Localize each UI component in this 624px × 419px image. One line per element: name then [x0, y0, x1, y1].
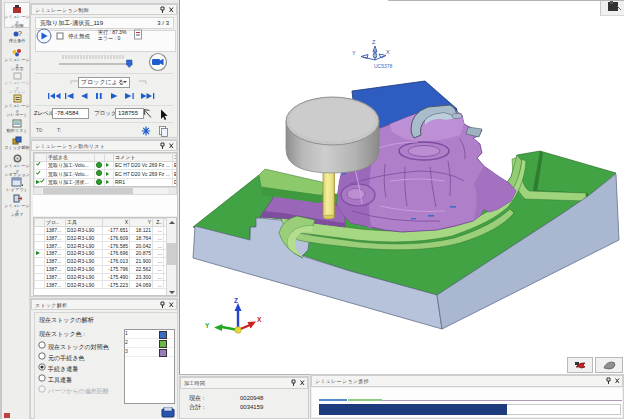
svg-text:Z: Z — [234, 297, 238, 304]
svg-text:X: X — [386, 49, 390, 55]
svg-text:Y: Y — [205, 322, 210, 329]
svg-text:Y: Y — [352, 50, 356, 56]
svg-text:?: ? — [18, 30, 22, 37]
svg-text:T:: T: — [57, 127, 61, 133]
svg-text:UC5378: UC5378 — [374, 63, 393, 69]
svg-text:Z: Z — [372, 39, 376, 45]
svg-text:T0:: T0: — [36, 127, 43, 133]
svg-text:X: X — [257, 316, 262, 323]
